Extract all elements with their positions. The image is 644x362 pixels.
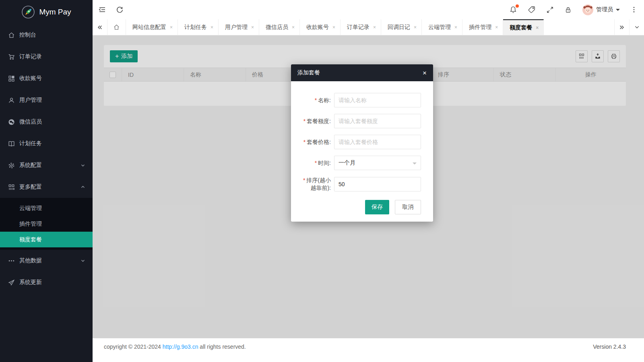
notifications-bell-icon[interactable] [509, 6, 517, 14]
name-input[interactable] [334, 93, 421, 107]
dialog-title: 添加套餐 [297, 69, 320, 76]
sidebar-item-more-config[interactable]: 更多配置 [0, 176, 93, 198]
tab-label: 收款账号 [306, 24, 329, 31]
close-icon[interactable]: × [170, 25, 173, 30]
notification-dot [516, 4, 519, 8]
brand-name: Mym Pay [39, 8, 71, 16]
tabbar: 网站信息配置× 计划任务× 用户管理× 微信店员× 收款账号× 订单记录× 回调… [93, 19, 644, 35]
sidebar-item-console[interactable]: 控制台 [0, 24, 93, 46]
close-icon[interactable]: × [495, 25, 498, 30]
rocket-logo-icon [21, 5, 35, 19]
tab-site-info-config[interactable]: 网站信息配置× [126, 19, 178, 35]
sidebar-item-label: 订单记录 [19, 53, 85, 60]
cart-icon [8, 53, 15, 60]
close-icon[interactable]: × [373, 25, 376, 30]
close-icon[interactable]: × [251, 25, 254, 30]
tab-users[interactable]: 用户管理× [219, 19, 259, 35]
sidebar-item-system-config[interactable]: 系统配置 [0, 154, 93, 176]
tab-orders[interactable]: 订单记录× [341, 19, 381, 35]
sidebar-item-label: 系统配置 [19, 162, 80, 169]
sidebar-item-label: 系统更新 [19, 279, 85, 286]
topbar: 管理员 [93, 0, 644, 19]
close-icon[interactable]: × [414, 25, 417, 30]
sidebar-item-label: 收款账号 [19, 75, 85, 82]
sidebar-item-cron-tasks[interactable]: 计划任务 [0, 133, 93, 154]
copyright: copyright © 2021-2024 http://g.9o3.cn al… [104, 343, 246, 362]
chevron-down-icon [413, 162, 417, 167]
send-icon [8, 279, 15, 286]
sidebar-item-wechat-staff[interactable]: 微信店员 [0, 111, 93, 133]
more-grid-icon [8, 184, 15, 191]
sidebar-menu: 控制台 订单记录 收款账号 用户管理 微信店员 [0, 24, 93, 293]
time-select-value: 一个月 [339, 159, 355, 167]
sidebar-item-label: 用户管理 [19, 97, 85, 104]
required-asterisk: * [315, 160, 317, 166]
tag-icon[interactable] [528, 6, 536, 14]
tab-cloud[interactable]: 云端管理× [422, 19, 462, 35]
tabs-scroll-left-button[interactable] [93, 19, 107, 35]
dialog-body: *名称: *套餐额度: *套餐价格: *时间: 一个月 *排序(越小越靠前): … [291, 81, 433, 214]
close-icon[interactable]: × [211, 25, 213, 30]
tab-payment-accounts[interactable]: 收款账号× [300, 19, 341, 35]
home-icon [8, 32, 15, 39]
chevron-up-icon [80, 185, 85, 189]
dialog-header: 添加套餐 × [291, 64, 433, 81]
sidebar-subitem-plugins[interactable]: 插件管理 [0, 216, 93, 232]
required-asterisk: * [303, 139, 305, 145]
chevron-down-icon [80, 258, 85, 263]
chevron-down-icon [80, 163, 85, 168]
time-select[interactable]: 一个月 [334, 156, 421, 170]
brand: Mym Pay [0, 0, 93, 24]
footer-link[interactable]: http://g.9o3.cn [163, 343, 198, 350]
tab-callback-log[interactable]: 回调日记× [381, 19, 422, 35]
gear-icon [8, 162, 15, 169]
sidebar: Mym Pay 控制台 订单记录 收款账号 用户管理 [0, 0, 93, 362]
sidebar-subitem-quota-packages[interactable]: 额度套餐 [0, 232, 93, 247]
copyright-suffix: all rights reserved. [198, 343, 246, 350]
cancel-button[interactable]: 取消 [395, 200, 421, 214]
tab-cron-tasks[interactable]: 计划任务× [178, 19, 219, 35]
tab-label: 订单记录 [347, 24, 369, 31]
sidebar-item-accounts[interactable]: 收款账号 [0, 68, 93, 89]
sidebar-item-users[interactable]: 用户管理 [0, 89, 93, 111]
sidebar-item-other-data[interactable]: 其他数据 [0, 250, 93, 272]
tab-label: 回调日记 [388, 24, 410, 31]
required-asterisk: * [303, 177, 305, 183]
tabs-menu-button[interactable] [629, 19, 644, 35]
caret-down-icon [616, 9, 620, 13]
required-asterisk: * [315, 97, 317, 103]
sidebar-item-label: 计划任务 [19, 140, 85, 147]
tab-plugins[interactable]: 插件管理× [462, 19, 503, 35]
sort-input[interactable] [334, 177, 421, 191]
close-icon[interactable]: × [423, 70, 427, 76]
sidebar-subitem-cloud[interactable]: 云端管理 [0, 200, 93, 216]
tab-label: 微信店员 [266, 24, 288, 31]
tab-wechat-staff[interactable]: 微信店员× [259, 19, 300, 35]
price-input[interactable] [334, 135, 421, 149]
field-label-quota: *套餐额度: [298, 117, 331, 125]
quota-input[interactable] [334, 114, 421, 128]
save-button[interactable]: 保存 [365, 200, 389, 214]
tab-quota-packages[interactable]: 额度套餐× [503, 19, 544, 35]
lock-icon[interactable] [564, 6, 572, 14]
kebab-menu-icon[interactable] [630, 6, 638, 13]
sidebar-item-system-update[interactable]: 系统更新 [0, 272, 93, 293]
tab-home[interactable] [107, 19, 126, 35]
tabs-scroll-right-button[interactable] [614, 19, 629, 35]
accounts-grid-icon [8, 75, 15, 82]
sidebar-item-orders[interactable]: 订单记录 [0, 46, 93, 68]
tab-label: 插件管理 [469, 24, 491, 31]
close-icon[interactable]: × [536, 25, 539, 31]
user-menu[interactable]: 管理员 [582, 4, 620, 15]
tab-label: 网站信息配置 [132, 24, 166, 31]
close-icon[interactable]: × [292, 25, 295, 30]
user-icon [8, 97, 15, 104]
wechat-icon [8, 119, 15, 125]
avatar [582, 4, 593, 15]
sidebar-item-label: 微信店员 [19, 118, 85, 125]
close-icon[interactable]: × [332, 25, 335, 30]
fullscreen-icon[interactable] [546, 6, 554, 14]
collapse-sidebar-button[interactable] [98, 6, 106, 14]
refresh-icon[interactable] [116, 6, 124, 14]
close-icon[interactable]: × [454, 25, 457, 30]
